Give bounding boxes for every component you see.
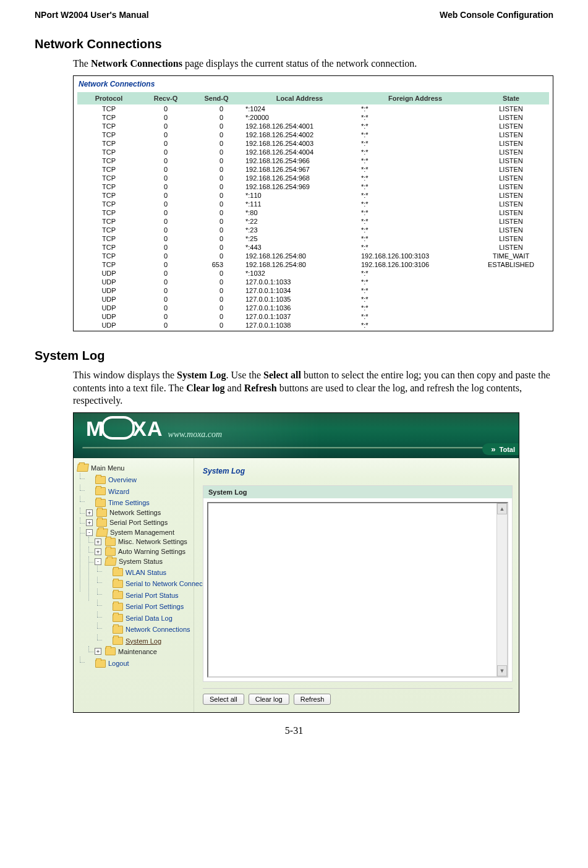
cell-recvq: 0 <box>140 130 191 139</box>
collapse-icon[interactable]: - <box>95 558 101 565</box>
tree-serial-port-settings[interactable]: +Serial Port Settings <box>86 519 168 527</box>
cell-foreign: *:* <box>357 182 473 191</box>
cell-foreign: *:* <box>357 200 473 208</box>
cell-proto: TCP <box>77 130 140 139</box>
tree-system-status[interactable]: -System Status <box>95 558 163 566</box>
tree-system-log[interactable]: System Log <box>103 637 161 645</box>
expand-icon[interactable]: + <box>86 509 93 516</box>
cell-local: 127.0.0.1:1034 <box>242 286 357 295</box>
tree-serial-port-settings-sub[interactable]: Serial Port Settings <box>103 603 184 611</box>
collapse-icon[interactable]: - <box>86 529 93 536</box>
cell-foreign: *:* <box>357 321 473 330</box>
cell-proto: TCP <box>77 252 140 260</box>
cell-proto: TCP <box>77 182 140 191</box>
system-log-textarea[interactable]: ▲ ▼ <box>207 502 508 678</box>
expand-icon[interactable]: + <box>86 519 93 526</box>
clear-log-button[interactable]: Clear log <box>249 694 289 705</box>
cell-state <box>473 269 549 278</box>
table-row: TCP00192.168.126.254:4003*:*LISTEN <box>77 139 549 148</box>
tree-serial-to-network[interactable]: Serial to Network Connec <box>103 580 203 588</box>
cell-foreign: *:* <box>357 208 473 217</box>
cell-foreign: *:* <box>357 113 473 122</box>
tree-logout[interactable]: Logout <box>86 660 129 668</box>
cell-recvq: 0 <box>140 122 191 130</box>
cell-proto: TCP <box>77 165 140 174</box>
table-row: TCP00192.168.126.254:80192.168.126.100:3… <box>77 252 549 260</box>
scrollbar[interactable]: ▲ ▼ <box>496 503 507 676</box>
cell-foreign: *:* <box>357 139 473 148</box>
cell-local: *:23 <box>242 226 357 234</box>
tree-serial-port-status[interactable]: Serial Port Status <box>103 591 179 599</box>
tree-misc-network[interactable]: +Misc. Network Settings <box>95 538 187 546</box>
cell-foreign: *:* <box>357 191 473 200</box>
cell-state: LISTEN <box>473 217 549 226</box>
cell-foreign: *:* <box>357 130 473 139</box>
refresh-button[interactable]: Refresh <box>294 694 331 705</box>
cell-state <box>473 278 549 286</box>
table-row: TCP00*:22*:*LISTEN <box>77 217 549 226</box>
cell-proto: TCP <box>77 139 140 148</box>
cell-local: *:1032 <box>242 269 357 278</box>
scroll-down-icon[interactable]: ▼ <box>497 665 507 676</box>
tree-serial-data-log[interactable]: Serial Data Log <box>103 614 173 622</box>
scroll-up-icon[interactable]: ▲ <box>497 503 507 514</box>
table-row: TCP00192.168.126.254:4001*:*LISTEN <box>77 122 549 130</box>
tree-main-menu[interactable]: Main Menu <box>77 464 124 472</box>
cell-recvq: 0 <box>140 243 191 252</box>
expand-icon[interactable]: + <box>95 548 101 555</box>
cell-local: 127.0.0.1:1036 <box>242 304 357 312</box>
cell-sendq: 0 <box>191 312 242 321</box>
folder-open-icon <box>77 464 89 472</box>
tree-system-management[interactable]: -System Management <box>86 529 174 537</box>
cell-sendq: 0 <box>191 182 242 191</box>
table-row: UDP00127.0.0.1:1034*:* <box>77 286 549 295</box>
cell-proto: TCP <box>77 156 140 165</box>
expand-icon[interactable]: + <box>95 538 101 545</box>
cell-recvq: 0 <box>140 278 191 286</box>
tree-wizard[interactable]: Wizard <box>86 487 129 495</box>
cell-foreign: *:* <box>357 278 473 286</box>
tree-maintenance[interactable]: +Maintenance <box>95 647 157 655</box>
cell-proto: TCP <box>77 208 140 217</box>
cell-sendq: 0 <box>191 191 242 200</box>
tree-time-settings[interactable]: Time Settings <box>86 499 150 507</box>
cell-state: LISTEN <box>473 122 549 130</box>
cell-state: LISTEN <box>473 243 549 252</box>
cell-proto: TCP <box>77 191 140 200</box>
moxa-logo-icon: MXA <box>86 418 163 442</box>
cell-recvq: 0 <box>140 182 191 191</box>
cell-foreign: *:* <box>357 148 473 156</box>
cell-state <box>473 304 549 312</box>
cell-local: 192.168.126.254:966 <box>242 156 357 165</box>
table-row: TCP00*:80*:*LISTEN <box>77 208 549 217</box>
table-row: TCP00*:111*:*LISTEN <box>77 200 549 208</box>
tree-auto-warning[interactable]: +Auto Warning Settings <box>95 548 185 556</box>
content-pane: System Log System Log ▲ ▼ Select all Cle… <box>194 458 519 712</box>
cell-foreign: *:* <box>357 156 473 165</box>
cell-recvq: 0 <box>140 269 191 278</box>
tree-network-connections[interactable]: Network Connections <box>103 626 190 634</box>
cell-state: LISTEN <box>473 174 549 182</box>
cell-proto: UDP <box>77 286 140 295</box>
cell-local: 192.168.126.254:969 <box>242 182 357 191</box>
cell-state <box>473 312 549 321</box>
nc-intro: The Network Connections page displays th… <box>73 57 553 70</box>
tree-network-settings[interactable]: +Network Settings <box>86 509 161 517</box>
cell-proto: TCP <box>77 260 140 269</box>
cell-proto: UDP <box>77 295 140 304</box>
cell-recvq: 0 <box>140 226 191 234</box>
cell-state <box>473 286 549 295</box>
folder-icon <box>105 647 116 655</box>
expand-icon[interactable]: + <box>95 648 101 655</box>
tree-wlan-status[interactable]: WLAN Status <box>103 568 166 576</box>
cell-foreign: *:* <box>357 304 473 312</box>
page-header: NPort W2004 User's Manual Web Console Co… <box>35 10 553 20</box>
table-row: TCP00*:443*:*LISTEN <box>77 243 549 252</box>
cell-local: *:443 <box>242 243 357 252</box>
cell-local: *:20000 <box>242 113 357 122</box>
cell-local: *:22 <box>242 217 357 226</box>
tree-overview[interactable]: Overview <box>86 476 137 484</box>
select-all-button[interactable]: Select all <box>203 694 244 705</box>
log-box-cell: ▲ ▼ <box>203 498 513 682</box>
page-number: 5-31 <box>35 725 553 736</box>
